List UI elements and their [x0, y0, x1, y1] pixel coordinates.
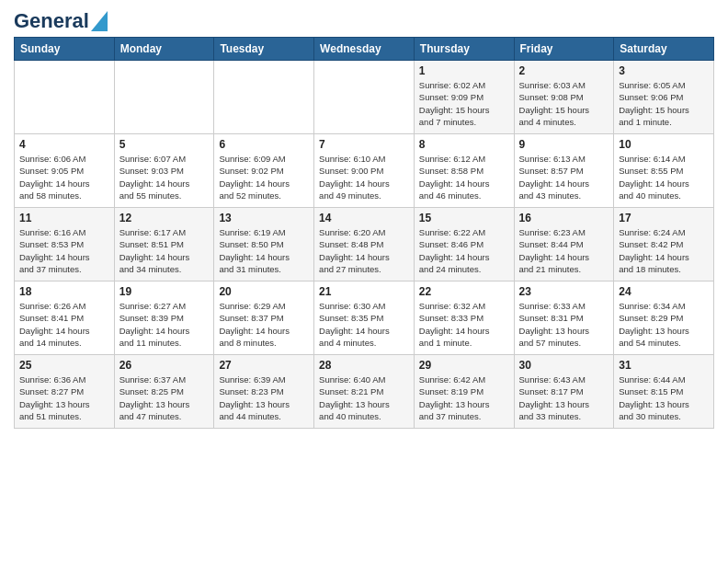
day-info: Sunrise: 6:14 AM Sunset: 8:55 PM Dayligh…: [619, 153, 709, 201]
header: General: [14, 9, 714, 29]
day-number: 19: [119, 285, 210, 298]
day-number: 31: [619, 359, 709, 372]
day-of-week-tuesday: Tuesday: [214, 38, 314, 61]
calendar-cell: 9Sunrise: 6:13 AM Sunset: 8:57 PM Daylig…: [514, 134, 614, 208]
calendar-cell: 29Sunrise: 6:42 AM Sunset: 8:19 PM Dayli…: [414, 355, 514, 429]
calendar-cell: 13Sunrise: 6:19 AM Sunset: 8:50 PM Dayli…: [214, 208, 314, 282]
day-number: 5: [119, 138, 210, 151]
day-info: Sunrise: 6:20 AM Sunset: 8:48 PM Dayligh…: [319, 226, 409, 275]
calendar-cell: 1Sunrise: 6:02 AM Sunset: 9:09 PM Daylig…: [414, 61, 514, 134]
calendar-cell: 10Sunrise: 6:14 AM Sunset: 8:55 PM Dayli…: [614, 134, 714, 208]
calendar-cell: 15Sunrise: 6:22 AM Sunset: 8:46 PM Dayli…: [414, 208, 514, 282]
day-number: 7: [319, 138, 409, 151]
day-of-week-friday: Friday: [514, 38, 614, 61]
day-number: 13: [219, 212, 309, 224]
day-number: 26: [119, 359, 210, 372]
calendar-cell: 24Sunrise: 6:34 AM Sunset: 8:29 PM Dayli…: [614, 282, 714, 355]
day-number: 27: [219, 359, 309, 372]
day-number: 28: [319, 359, 409, 372]
day-number: 23: [519, 285, 609, 298]
calendar-cell: 6Sunrise: 6:09 AM Sunset: 9:02 PM Daylig…: [214, 134, 314, 208]
day-info: Sunrise: 6:44 AM Sunset: 8:15 PM Dayligh…: [619, 373, 709, 422]
day-info: Sunrise: 6:07 AM Sunset: 9:03 PM Dayligh…: [119, 153, 210, 201]
day-info: Sunrise: 6:23 AM Sunset: 8:44 PM Dayligh…: [519, 226, 609, 275]
day-info: Sunrise: 6:19 AM Sunset: 8:50 PM Dayligh…: [219, 226, 309, 275]
day-number: 24: [619, 285, 709, 298]
day-number: 15: [419, 212, 509, 224]
logo-general: General: [14, 9, 89, 33]
day-info: Sunrise: 6:12 AM Sunset: 8:58 PM Dayligh…: [419, 153, 509, 201]
calendar-cell: 19Sunrise: 6:27 AM Sunset: 8:39 PM Dayli…: [114, 282, 214, 355]
calendar-cell: 8Sunrise: 6:12 AM Sunset: 8:58 PM Daylig…: [414, 134, 514, 208]
day-number: 11: [19, 212, 109, 224]
day-number: 17: [619, 212, 709, 224]
day-info: Sunrise: 6:40 AM Sunset: 8:21 PM Dayligh…: [319, 373, 409, 422]
day-number: 6: [219, 138, 309, 151]
day-info: Sunrise: 6:34 AM Sunset: 8:29 PM Dayligh…: [619, 300, 709, 349]
logo-icon: [91, 11, 108, 31]
calendar-cell: 21Sunrise: 6:30 AM Sunset: 8:35 PM Dayli…: [314, 282, 415, 355]
day-info: Sunrise: 6:16 AM Sunset: 8:53 PM Dayligh…: [19, 226, 109, 275]
day-info: Sunrise: 6:09 AM Sunset: 9:02 PM Dayligh…: [219, 153, 309, 201]
week-row-4: 18Sunrise: 6:26 AM Sunset: 8:41 PM Dayli…: [15, 282, 714, 355]
day-number: 10: [619, 138, 709, 151]
calendar-cell: [114, 61, 214, 134]
day-info: Sunrise: 6:13 AM Sunset: 8:57 PM Dayligh…: [519, 153, 609, 201]
calendar-cell: 31Sunrise: 6:44 AM Sunset: 8:15 PM Dayli…: [614, 355, 714, 429]
calendar-cell: 5Sunrise: 6:07 AM Sunset: 9:03 PM Daylig…: [114, 134, 214, 208]
day-of-week-saturday: Saturday: [614, 38, 714, 61]
calendar-cell: 18Sunrise: 6:26 AM Sunset: 8:41 PM Dayli…: [15, 282, 115, 355]
calendar-header-row: SundayMondayTuesdayWednesdayThursdayFrid…: [15, 38, 714, 61]
calendar-cell: 2Sunrise: 6:03 AM Sunset: 9:08 PM Daylig…: [514, 61, 614, 134]
day-number: 18: [19, 285, 109, 298]
day-number: 20: [219, 285, 309, 298]
day-number: 16: [519, 212, 609, 224]
day-number: 4: [19, 138, 109, 151]
calendar-cell: 12Sunrise: 6:17 AM Sunset: 8:51 PM Dayli…: [114, 208, 214, 282]
day-info: Sunrise: 6:27 AM Sunset: 8:39 PM Dayligh…: [119, 300, 210, 349]
day-info: Sunrise: 6:03 AM Sunset: 9:08 PM Dayligh…: [519, 79, 609, 128]
day-of-week-thursday: Thursday: [414, 38, 514, 61]
day-number: 14: [319, 212, 409, 224]
day-info: Sunrise: 6:30 AM Sunset: 8:35 PM Dayligh…: [319, 300, 409, 349]
day-info: Sunrise: 6:42 AM Sunset: 8:19 PM Dayligh…: [419, 373, 509, 422]
day-info: Sunrise: 6:05 AM Sunset: 9:06 PM Dayligh…: [619, 79, 709, 128]
day-number: 30: [519, 359, 609, 372]
day-number: 2: [519, 64, 609, 77]
day-info: Sunrise: 6:26 AM Sunset: 8:41 PM Dayligh…: [19, 300, 109, 349]
week-row-5: 25Sunrise: 6:36 AM Sunset: 8:27 PM Dayli…: [15, 355, 714, 429]
day-number: 21: [319, 285, 409, 298]
calendar-cell: 30Sunrise: 6:43 AM Sunset: 8:17 PM Dayli…: [514, 355, 614, 429]
svg-marker-0: [91, 11, 108, 31]
day-info: Sunrise: 6:29 AM Sunset: 8:37 PM Dayligh…: [219, 300, 309, 349]
calendar-cell: 28Sunrise: 6:40 AM Sunset: 8:21 PM Dayli…: [314, 355, 415, 429]
calendar-cell: 25Sunrise: 6:36 AM Sunset: 8:27 PM Dayli…: [15, 355, 115, 429]
calendar-cell: [214, 61, 314, 134]
week-row-2: 4Sunrise: 6:06 AM Sunset: 9:05 PM Daylig…: [15, 134, 714, 208]
calendar-cell: 11Sunrise: 6:16 AM Sunset: 8:53 PM Dayli…: [15, 208, 115, 282]
day-number: 12: [119, 212, 210, 224]
day-info: Sunrise: 6:43 AM Sunset: 8:17 PM Dayligh…: [519, 373, 609, 422]
calendar-cell: [314, 61, 415, 134]
page: General SundayMondayTuesdayWednesdayThur…: [0, 0, 728, 563]
day-info: Sunrise: 6:17 AM Sunset: 8:51 PM Dayligh…: [119, 226, 210, 275]
day-info: Sunrise: 6:06 AM Sunset: 9:05 PM Dayligh…: [19, 153, 109, 201]
day-number: 9: [519, 138, 609, 151]
day-number: 8: [419, 138, 509, 151]
day-number: 25: [19, 359, 109, 372]
week-row-1: 1Sunrise: 6:02 AM Sunset: 9:09 PM Daylig…: [15, 61, 714, 134]
day-info: Sunrise: 6:32 AM Sunset: 8:33 PM Dayligh…: [419, 300, 509, 349]
calendar-cell: 17Sunrise: 6:24 AM Sunset: 8:42 PM Dayli…: [614, 208, 714, 282]
calendar-cell: 4Sunrise: 6:06 AM Sunset: 9:05 PM Daylig…: [15, 134, 115, 208]
day-info: Sunrise: 6:02 AM Sunset: 9:09 PM Dayligh…: [419, 79, 509, 128]
day-info: Sunrise: 6:22 AM Sunset: 8:46 PM Dayligh…: [419, 226, 509, 275]
day-of-week-wednesday: Wednesday: [314, 38, 415, 61]
day-number: 3: [619, 64, 709, 77]
calendar-cell: 14Sunrise: 6:20 AM Sunset: 8:48 PM Dayli…: [314, 208, 415, 282]
calendar-cell: 23Sunrise: 6:33 AM Sunset: 8:31 PM Dayli…: [514, 282, 614, 355]
day-info: Sunrise: 6:24 AM Sunset: 8:42 PM Dayligh…: [619, 226, 709, 275]
calendar-cell: 3Sunrise: 6:05 AM Sunset: 9:06 PM Daylig…: [614, 61, 714, 134]
day-info: Sunrise: 6:37 AM Sunset: 8:25 PM Dayligh…: [119, 373, 210, 422]
week-row-3: 11Sunrise: 6:16 AM Sunset: 8:53 PM Dayli…: [15, 208, 714, 282]
logo: General: [14, 9, 109, 29]
